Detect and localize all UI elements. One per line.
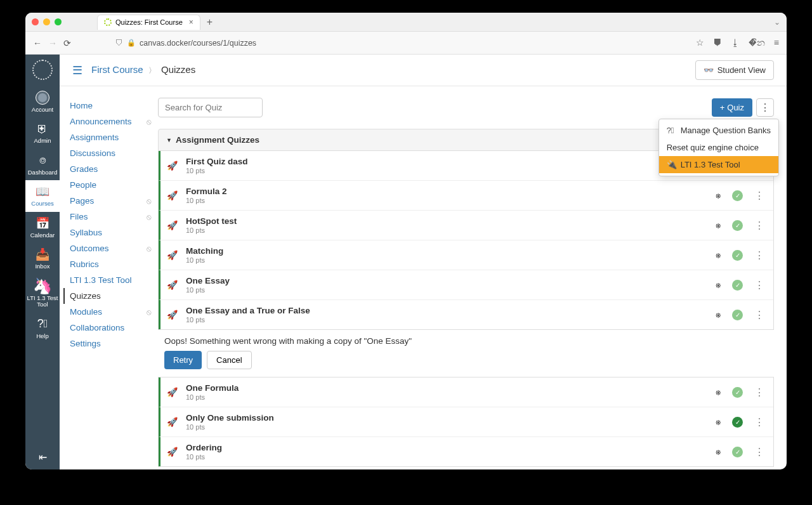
new-tab-button[interactable]: + xyxy=(203,16,216,28)
course-menu-item[interactable]: LTI 1.3 Test Tool xyxy=(70,272,158,288)
breadcrumb-course[interactable]: First Course xyxy=(91,64,143,75)
quiz-row[interactable]: 🚀 One Formula 10 pts ⎈ ✓ ⋮ xyxy=(159,377,773,407)
nav-inbox[interactable]: 📥 Inbox xyxy=(25,243,60,274)
search-input[interactable] xyxy=(158,98,263,117)
options-dropdown: ?⃝ Manage Question Banks Reset quiz engi… xyxy=(658,119,779,176)
kebab-icon[interactable]: ⋮ xyxy=(754,416,764,428)
course-menu-item[interactable]: People xyxy=(70,177,158,193)
bookmark-icon[interactable]: ☆ xyxy=(696,37,704,48)
course-menu-item[interactable]: Assignments xyxy=(70,129,158,145)
quiz-row[interactable]: 🚀 Only One submission 10 pts ⎈ ✓ ⋮ xyxy=(159,407,773,436)
course-menu-item[interactable]: Home xyxy=(70,98,158,114)
address-bar[interactable]: ⛉ 🔒 canvas.docker/courses/1/quizzes xyxy=(115,39,690,48)
nav-account[interactable]: Account xyxy=(25,86,60,117)
close-window-icon[interactable] xyxy=(32,18,39,25)
quiz-row[interactable]: 🚀 Formula 2 10 pts ⎈ ✓ ⋮ xyxy=(159,180,773,210)
quiz-row[interactable]: 🚀 HotSpot test 10 pts ⎈ ✓ ⋮ xyxy=(159,210,773,240)
extensions-icon[interactable]: �ින xyxy=(749,37,765,48)
blueprint-icon[interactable]: ⎈ xyxy=(716,387,721,397)
dropdown-reset-engine[interactable]: Reset quiz engine choice xyxy=(659,139,778,156)
quiz-row[interactable]: 🚀 One Essay 10 pts ⎈ ✓ ⋮ xyxy=(159,270,773,299)
blueprint-icon[interactable]: ⎈ xyxy=(716,417,721,427)
hidden-icon: ⦸ xyxy=(147,308,152,317)
top-bar: ☰ First Course 〉 Quizzes 👓 Student View xyxy=(60,55,787,86)
course-menu-item[interactable]: Pages⦸ xyxy=(70,193,158,209)
app-menu-icon[interactable]: ≡ xyxy=(774,37,779,48)
published-icon[interactable]: ✓ xyxy=(732,190,743,201)
url-text: canvas.docker/courses/1/quizzes xyxy=(140,39,256,48)
nav-lti-tool[interactable]: 🦄 LTI 1.3 Test Tool xyxy=(25,275,60,313)
kebab-icon[interactable]: ⋮ xyxy=(754,446,764,458)
course-menu-item[interactable]: Settings xyxy=(70,336,158,351)
published-icon[interactable]: ✓ xyxy=(732,310,743,320)
maximize-window-icon[interactable] xyxy=(55,18,62,25)
back-button[interactable]: ← xyxy=(33,38,42,48)
forward-button[interactable]: → xyxy=(48,38,57,48)
quiz-row[interactable]: 🚀 One Essay and a True or False 10 pts ⎈… xyxy=(159,299,773,329)
quiz-row[interactable]: 🚀 Matching 10 pts ⎈ ✓ ⋮ xyxy=(159,240,773,270)
window-titlebar: Quizzes: First Course × + ⌄ xyxy=(25,13,787,32)
blueprint-icon[interactable]: ⎈ xyxy=(716,310,721,320)
course-menu-item[interactable]: Collaborations xyxy=(70,320,158,336)
unicorn-icon: 🦄 xyxy=(36,279,49,293)
course-menu-item[interactable]: Modules⦸ xyxy=(70,304,158,320)
published-icon[interactable]: ✓ xyxy=(732,280,743,291)
titlebar-menu-icon[interactable]: ⌄ xyxy=(774,18,780,27)
published-icon[interactable]: ✓ xyxy=(732,220,743,231)
close-tab-icon[interactable]: × xyxy=(189,18,193,27)
minimize-window-icon[interactable] xyxy=(43,18,50,25)
collapse-nav-button[interactable]: ⇤ xyxy=(39,445,47,469)
browser-tab[interactable]: Quizzes: First Course × xyxy=(97,15,200,30)
quiz-row[interactable]: 🚀 Ordering 10 pts ⎈ ✓ ⋮ xyxy=(159,436,773,466)
kebab-icon[interactable]: ⋮ xyxy=(754,279,764,291)
hidden-icon: ⦸ xyxy=(147,197,152,206)
course-menu-item[interactable]: Grades xyxy=(70,161,158,177)
nav-calendar[interactable]: 📅 Calendar xyxy=(25,212,60,243)
cancel-button[interactable]: Cancel xyxy=(207,351,251,369)
dropdown-manage-question-banks[interactable]: ?⃝ Manage Question Banks xyxy=(659,122,778,139)
blueprint-icon[interactable]: ⎈ xyxy=(716,280,721,290)
published-icon[interactable]: ✓ xyxy=(732,417,743,428)
published-icon[interactable]: ✓ xyxy=(732,387,743,398)
published-icon[interactable]: ✓ xyxy=(732,250,743,261)
hamburger-icon[interactable]: ☰ xyxy=(72,63,82,77)
rocket-icon: 🚀 xyxy=(163,387,181,397)
blueprint-icon[interactable]: ⎈ xyxy=(716,220,721,230)
rocket-icon: 🚀 xyxy=(163,417,181,427)
course-menu-item[interactable]: Outcomes⦸ xyxy=(70,240,158,256)
add-quiz-button[interactable]: + Quiz xyxy=(712,98,752,117)
pocket-icon[interactable]: ⛊ xyxy=(713,37,722,48)
published-icon[interactable]: ✓ xyxy=(732,447,743,457)
rocket-icon: 🚀 xyxy=(163,280,181,290)
retry-button[interactable]: Retry xyxy=(164,351,202,369)
kebab-icon[interactable]: ⋮ xyxy=(754,220,764,232)
course-menu-item[interactable]: Discussions xyxy=(70,145,158,161)
plus-icon: + xyxy=(720,103,725,112)
course-menu-item[interactable]: Announcements⦸ xyxy=(70,114,158,129)
blueprint-icon[interactable]: ⎈ xyxy=(716,250,721,260)
quiz-points: 10 pts xyxy=(186,286,716,294)
dropdown-lti-tool[interactable]: 🔌 LTI 1.3 Test Tool xyxy=(659,156,778,173)
quiz-points: 10 pts xyxy=(186,316,716,324)
nav-help[interactable]: ?⃝ Help xyxy=(25,313,60,344)
kebab-icon[interactable]: ⋮ xyxy=(754,309,764,321)
more-options-button[interactable]: ⋮ xyxy=(756,98,774,117)
student-view-button[interactable]: 👓 Student View xyxy=(695,60,774,80)
canvas-logo-icon[interactable] xyxy=(32,60,53,80)
course-menu-item[interactable]: Syllabus xyxy=(70,225,158,240)
kebab-icon[interactable]: ⋮ xyxy=(754,386,764,398)
downloads-icon[interactable]: ⭳ xyxy=(731,37,740,48)
nav-courses[interactable]: 📖 Courses xyxy=(25,180,60,211)
nav-dashboard[interactable]: ⌾ Dashboard xyxy=(25,149,60,180)
quiz-title: One Formula xyxy=(186,383,716,393)
course-menu-item[interactable]: Files⦸ xyxy=(70,209,158,225)
blueprint-icon[interactable]: ⎈ xyxy=(716,190,721,200)
course-menu-item[interactable]: Rubrics xyxy=(70,256,158,272)
reload-button[interactable]: ⟳ xyxy=(63,38,71,48)
blueprint-icon[interactable]: ⎈ xyxy=(716,447,721,457)
kebab-icon[interactable]: ⋮ xyxy=(754,249,764,261)
nav-admin[interactable]: ⛨ Admin xyxy=(25,117,60,148)
kebab-icon[interactable]: ⋮ xyxy=(754,190,764,202)
course-menu-item[interactable]: Quizzes xyxy=(63,288,158,304)
help-icon: ?⃝ xyxy=(36,317,49,331)
